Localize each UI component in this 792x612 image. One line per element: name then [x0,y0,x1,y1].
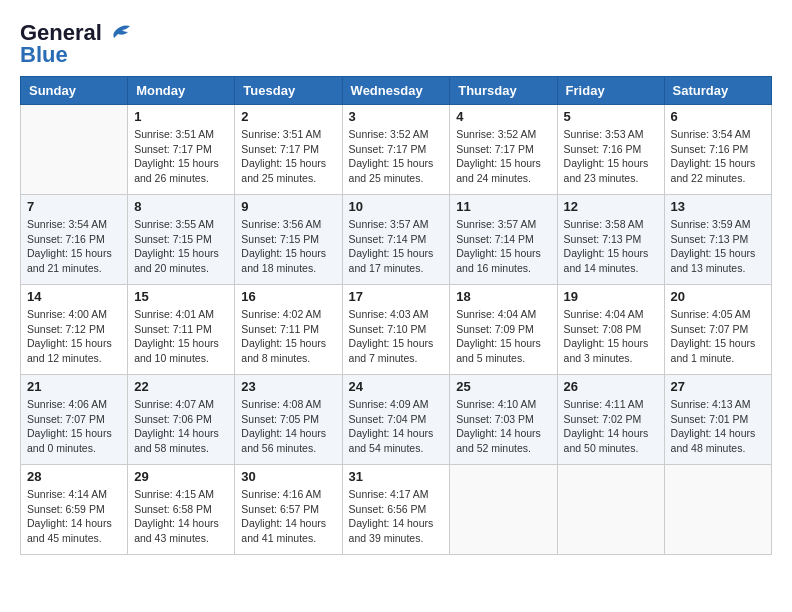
calendar-cell: 6Sunrise: 3:54 AMSunset: 7:16 PMDaylight… [664,105,771,195]
day-info: Sunrise: 4:11 AMSunset: 7:02 PMDaylight:… [564,397,658,456]
calendar-week-row: 1Sunrise: 3:51 AMSunset: 7:17 PMDaylight… [21,105,772,195]
day-number: 3 [349,109,444,124]
calendar-cell: 26Sunrise: 4:11 AMSunset: 7:02 PMDayligh… [557,375,664,465]
calendar-cell: 10Sunrise: 3:57 AMSunset: 7:14 PMDayligh… [342,195,450,285]
day-number: 26 [564,379,658,394]
calendar-cell: 2Sunrise: 3:51 AMSunset: 7:17 PMDaylight… [235,105,342,195]
day-info: Sunrise: 3:52 AMSunset: 7:17 PMDaylight:… [456,127,550,186]
calendar-cell: 25Sunrise: 4:10 AMSunset: 7:03 PMDayligh… [450,375,557,465]
calendar-cell: 19Sunrise: 4:04 AMSunset: 7:08 PMDayligh… [557,285,664,375]
calendar-cell: 30Sunrise: 4:16 AMSunset: 6:57 PMDayligh… [235,465,342,555]
calendar-cell: 3Sunrise: 3:52 AMSunset: 7:17 PMDaylight… [342,105,450,195]
calendar-cell: 4Sunrise: 3:52 AMSunset: 7:17 PMDaylight… [450,105,557,195]
day-number: 22 [134,379,228,394]
day-info: Sunrise: 4:02 AMSunset: 7:11 PMDaylight:… [241,307,335,366]
calendar-cell: 5Sunrise: 3:53 AMSunset: 7:16 PMDaylight… [557,105,664,195]
day-info: Sunrise: 3:58 AMSunset: 7:13 PMDaylight:… [564,217,658,276]
day-number: 14 [27,289,121,304]
day-info: Sunrise: 4:15 AMSunset: 6:58 PMDaylight:… [134,487,228,546]
calendar-cell: 7Sunrise: 3:54 AMSunset: 7:16 PMDaylight… [21,195,128,285]
calendar-cell: 9Sunrise: 3:56 AMSunset: 7:15 PMDaylight… [235,195,342,285]
calendar-cell: 20Sunrise: 4:05 AMSunset: 7:07 PMDayligh… [664,285,771,375]
calendar-cell: 15Sunrise: 4:01 AMSunset: 7:11 PMDayligh… [128,285,235,375]
calendar-header-monday: Monday [128,77,235,105]
day-info: Sunrise: 3:59 AMSunset: 7:13 PMDaylight:… [671,217,765,276]
day-number: 15 [134,289,228,304]
calendar-week-row: 28Sunrise: 4:14 AMSunset: 6:59 PMDayligh… [21,465,772,555]
day-number: 29 [134,469,228,484]
calendar-cell [21,105,128,195]
calendar-cell: 13Sunrise: 3:59 AMSunset: 7:13 PMDayligh… [664,195,771,285]
day-number: 21 [27,379,121,394]
day-info: Sunrise: 4:01 AMSunset: 7:11 PMDaylight:… [134,307,228,366]
calendar-cell: 29Sunrise: 4:15 AMSunset: 6:58 PMDayligh… [128,465,235,555]
calendar-cell: 16Sunrise: 4:02 AMSunset: 7:11 PMDayligh… [235,285,342,375]
logo-text-blue: Blue [20,42,68,68]
day-info: Sunrise: 4:04 AMSunset: 7:08 PMDaylight:… [564,307,658,366]
calendar-cell: 18Sunrise: 4:04 AMSunset: 7:09 PMDayligh… [450,285,557,375]
day-number: 30 [241,469,335,484]
day-number: 23 [241,379,335,394]
day-number: 2 [241,109,335,124]
calendar-cell: 11Sunrise: 3:57 AMSunset: 7:14 PMDayligh… [450,195,557,285]
day-number: 8 [134,199,228,214]
day-number: 12 [564,199,658,214]
page-header: General Blue [20,20,772,68]
day-info: Sunrise: 4:14 AMSunset: 6:59 PMDaylight:… [27,487,121,546]
calendar-header-sunday: Sunday [21,77,128,105]
day-info: Sunrise: 4:06 AMSunset: 7:07 PMDaylight:… [27,397,121,456]
day-info: Sunrise: 4:04 AMSunset: 7:09 PMDaylight:… [456,307,550,366]
calendar-cell: 24Sunrise: 4:09 AMSunset: 7:04 PMDayligh… [342,375,450,465]
calendar-header-thursday: Thursday [450,77,557,105]
day-info: Sunrise: 4:05 AMSunset: 7:07 PMDaylight:… [671,307,765,366]
day-number: 10 [349,199,444,214]
calendar-cell: 17Sunrise: 4:03 AMSunset: 7:10 PMDayligh… [342,285,450,375]
day-info: Sunrise: 3:51 AMSunset: 7:17 PMDaylight:… [134,127,228,186]
day-number: 6 [671,109,765,124]
day-number: 24 [349,379,444,394]
day-info: Sunrise: 3:54 AMSunset: 7:16 PMDaylight:… [27,217,121,276]
day-number: 13 [671,199,765,214]
day-info: Sunrise: 3:57 AMSunset: 7:14 PMDaylight:… [349,217,444,276]
calendar-week-row: 14Sunrise: 4:00 AMSunset: 7:12 PMDayligh… [21,285,772,375]
calendar-cell: 31Sunrise: 4:17 AMSunset: 6:56 PMDayligh… [342,465,450,555]
day-info: Sunrise: 3:53 AMSunset: 7:16 PMDaylight:… [564,127,658,186]
calendar-cell: 1Sunrise: 3:51 AMSunset: 7:17 PMDaylight… [128,105,235,195]
day-info: Sunrise: 4:17 AMSunset: 6:56 PMDaylight:… [349,487,444,546]
day-number: 31 [349,469,444,484]
day-info: Sunrise: 3:55 AMSunset: 7:15 PMDaylight:… [134,217,228,276]
calendar-cell: 22Sunrise: 4:07 AMSunset: 7:06 PMDayligh… [128,375,235,465]
day-info: Sunrise: 3:56 AMSunset: 7:15 PMDaylight:… [241,217,335,276]
calendar-header-friday: Friday [557,77,664,105]
calendar-cell: 21Sunrise: 4:06 AMSunset: 7:07 PMDayligh… [21,375,128,465]
calendar-table: SundayMondayTuesdayWednesdayThursdayFrid… [20,76,772,555]
calendar-header-saturday: Saturday [664,77,771,105]
day-info: Sunrise: 4:10 AMSunset: 7:03 PMDaylight:… [456,397,550,456]
calendar-cell [664,465,771,555]
calendar-header-row: SundayMondayTuesdayWednesdayThursdayFrid… [21,77,772,105]
day-info: Sunrise: 3:57 AMSunset: 7:14 PMDaylight:… [456,217,550,276]
calendar-cell: 14Sunrise: 4:00 AMSunset: 7:12 PMDayligh… [21,285,128,375]
day-number: 20 [671,289,765,304]
calendar-cell: 12Sunrise: 3:58 AMSunset: 7:13 PMDayligh… [557,195,664,285]
calendar-week-row: 7Sunrise: 3:54 AMSunset: 7:16 PMDaylight… [21,195,772,285]
calendar-week-row: 21Sunrise: 4:06 AMSunset: 7:07 PMDayligh… [21,375,772,465]
day-info: Sunrise: 3:52 AMSunset: 7:17 PMDaylight:… [349,127,444,186]
day-info: Sunrise: 4:16 AMSunset: 6:57 PMDaylight:… [241,487,335,546]
day-info: Sunrise: 3:51 AMSunset: 7:17 PMDaylight:… [241,127,335,186]
calendar-cell [557,465,664,555]
day-number: 9 [241,199,335,214]
calendar-cell: 23Sunrise: 4:08 AMSunset: 7:05 PMDayligh… [235,375,342,465]
day-info: Sunrise: 4:03 AMSunset: 7:10 PMDaylight:… [349,307,444,366]
day-info: Sunrise: 4:09 AMSunset: 7:04 PMDaylight:… [349,397,444,456]
day-info: Sunrise: 4:13 AMSunset: 7:01 PMDaylight:… [671,397,765,456]
day-number: 11 [456,199,550,214]
day-number: 5 [564,109,658,124]
day-number: 16 [241,289,335,304]
logo: General Blue [20,20,134,68]
calendar-cell: 28Sunrise: 4:14 AMSunset: 6:59 PMDayligh… [21,465,128,555]
day-number: 19 [564,289,658,304]
day-info: Sunrise: 4:07 AMSunset: 7:06 PMDaylight:… [134,397,228,456]
day-number: 28 [27,469,121,484]
calendar-cell: 8Sunrise: 3:55 AMSunset: 7:15 PMDaylight… [128,195,235,285]
